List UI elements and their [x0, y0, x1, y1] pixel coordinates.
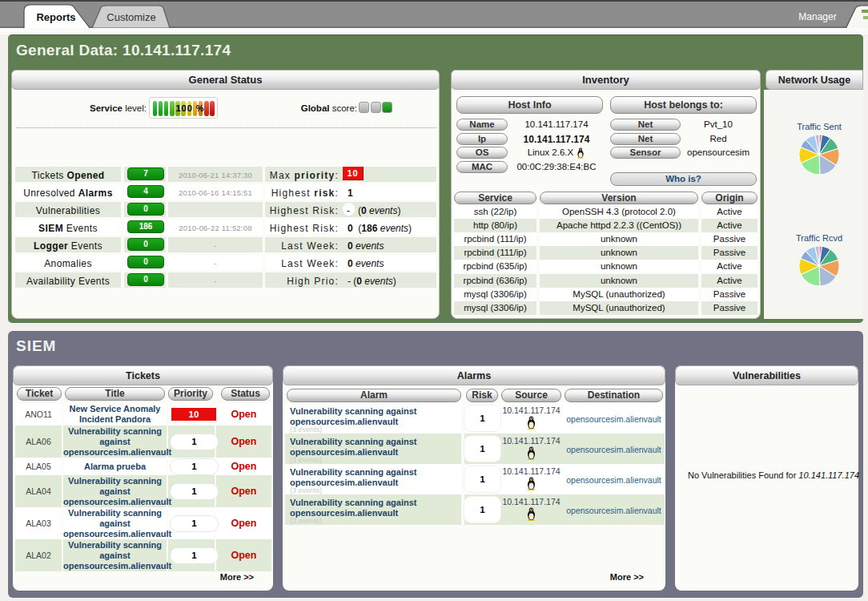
- svg-text:Manager: Manager: [798, 11, 836, 22]
- svg-text:Customize: Customize: [106, 11, 155, 23]
- svg-text:Reports: Reports: [36, 11, 75, 23]
